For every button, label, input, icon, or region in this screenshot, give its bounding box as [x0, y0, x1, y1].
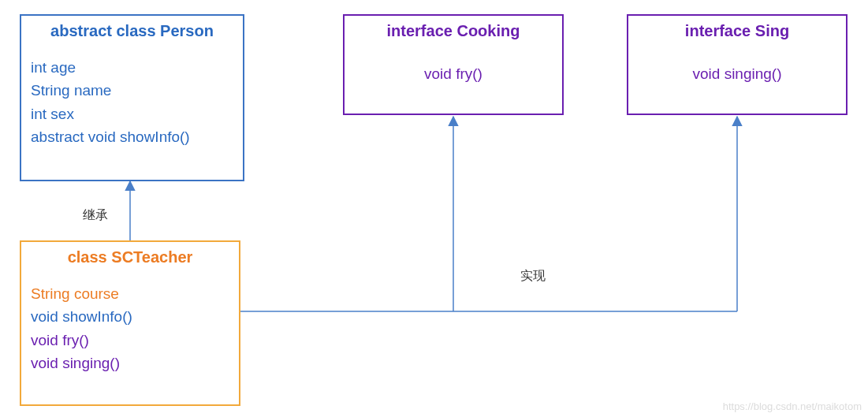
- person-member-showinfo: abstract void showInfo(): [31, 125, 233, 148]
- person-member-age: int age: [31, 56, 233, 79]
- label-implement: 实现: [520, 268, 546, 285]
- scteacher-field-course: String course: [31, 282, 229, 305]
- scteacher-title: class SCTeacher: [31, 248, 229, 266]
- class-box-scteacher: class SCTeacher String course void showI…: [20, 240, 240, 406]
- person-member-name: String name: [31, 79, 233, 102]
- sing-method-singing: void singing(): [638, 62, 836, 85]
- interface-box-sing: interface Sing void singing(): [627, 14, 848, 115]
- scteacher-method-singing: void singing(): [31, 352, 229, 374]
- watermark: https://blog.csdn.net/maikotom: [723, 400, 862, 412]
- label-inherit: 继承: [83, 207, 108, 224]
- interface-box-cooking: interface Cooking void fry(): [343, 14, 564, 115]
- person-member-sex: int sex: [31, 102, 233, 125]
- cooking-title: interface Cooking: [354, 22, 553, 40]
- person-title: abstract class Person: [31, 22, 233, 40]
- scteacher-method-fry: void fry(): [31, 329, 229, 352]
- class-box-person: abstract class Person int age String nam…: [20, 14, 244, 181]
- sing-title: interface Sing: [638, 22, 836, 40]
- scteacher-method-showinfo: void showInfo(): [31, 305, 229, 328]
- cooking-method-fry: void fry(): [354, 62, 553, 85]
